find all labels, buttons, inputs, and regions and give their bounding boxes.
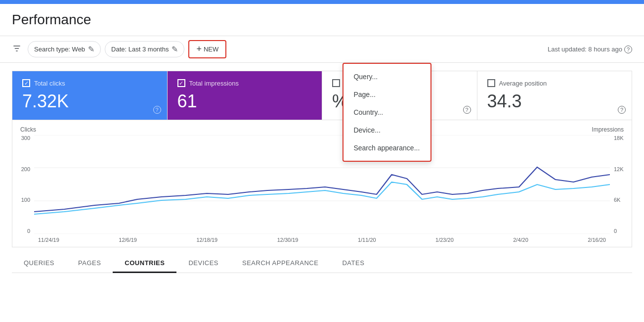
- dropdown-item-country[interactable]: Country...: [343, 103, 430, 121]
- metrics-area: Total clicks 7.32K ? Total impressions 6…: [0, 63, 644, 120]
- average-ctr-info-icon[interactable]: ?: [463, 106, 471, 114]
- total-impressions-value: 61: [177, 91, 312, 112]
- total-clicks-value: 7.32K: [22, 91, 157, 112]
- total-impressions-checkbox[interactable]: [177, 79, 185, 87]
- average-position-info-icon[interactable]: ?: [618, 106, 626, 114]
- header: Performance: [0, 4, 644, 36]
- chart-container: Clicks Impressions 300 200 100 0 18K 12K…: [12, 120, 632, 247]
- average-position-value: 34.3: [487, 91, 622, 112]
- metric-total-clicks[interactable]: Total clicks 7.32K ?: [12, 71, 167, 120]
- y-axis-right: 18K 12K 6K 0: [610, 135, 626, 234]
- dropdown-item-device[interactable]: Device...: [343, 121, 430, 139]
- filter-bar: Search type: Web ✎ Date: Last 3 months ✎…: [0, 36, 644, 63]
- plus-icon: +: [196, 44, 202, 54]
- chart-right-label: Impressions: [592, 126, 624, 133]
- metric-total-impressions[interactable]: Total impressions 61: [167, 71, 322, 120]
- tab-queries[interactable]: QUERIES: [12, 253, 66, 273]
- total-clicks-checkbox[interactable]: [22, 79, 30, 87]
- average-position-label: Average position: [499, 80, 547, 87]
- page-title: Performance: [12, 12, 632, 28]
- dropdown-item-search-appearance[interactable]: Search appearance...: [343, 139, 430, 157]
- tab-countries[interactable]: COUNTRIES: [113, 253, 176, 273]
- new-button-label: NEW: [204, 46, 218, 53]
- metric-average-position[interactable]: Average position 34.3 ?: [477, 71, 633, 120]
- last-updated: Last updated: 8 hours ago ?: [548, 46, 632, 53]
- search-type-label: Search type: Web: [34, 46, 85, 53]
- total-clicks-info-icon[interactable]: ?: [153, 106, 161, 114]
- date-chip[interactable]: Date: Last 3 months ✎: [105, 41, 184, 57]
- edit-icon: ✎: [88, 45, 94, 54]
- y-axis-left: 300 200 100 0: [18, 135, 34, 234]
- bottom-tabs: QUERIES PAGES COUNTRIES DEVICES SEARCH A…: [12, 253, 632, 273]
- new-button[interactable]: + NEW Query... Page... Country... Device…: [188, 40, 226, 58]
- date-label: Date: Last 3 months: [111, 46, 169, 53]
- filter-dropdown: Query... Page... Country... Device... Se…: [343, 63, 431, 162]
- edit-icon-date: ✎: [172, 45, 178, 54]
- search-type-chip[interactable]: Search type: Web ✎: [28, 41, 101, 57]
- chart-left-label: Clicks: [20, 126, 36, 133]
- tab-pages[interactable]: PAGES: [66, 253, 113, 273]
- filter-icon[interactable]: [12, 44, 22, 55]
- average-ctr-checkbox[interactable]: [332, 79, 340, 87]
- dropdown-item-page[interactable]: Page...: [343, 86, 430, 103]
- chart-svg: [34, 135, 610, 234]
- total-clicks-label: Total clicks: [34, 80, 65, 87]
- tab-search-appearance[interactable]: SEARCH APPEARANCE: [230, 253, 330, 273]
- metrics-row: Total clicks 7.32K ? Total impressions 6…: [12, 71, 632, 120]
- tab-devices[interactable]: DEVICES: [176, 253, 230, 273]
- last-updated-info-icon[interactable]: ?: [624, 46, 632, 53]
- x-axis-labels: 11/24/19 12/6/19 12/18/19 12/30/19 1/11/…: [18, 237, 626, 243]
- dropdown-item-query[interactable]: Query...: [343, 68, 430, 86]
- top-bar: [0, 0, 644, 4]
- last-updated-label: Last updated: 8 hours ago: [548, 46, 622, 53]
- tab-dates[interactable]: DATES: [330, 253, 376, 273]
- total-impressions-label: Total impressions: [189, 80, 239, 87]
- average-position-checkbox[interactable]: [487, 79, 495, 87]
